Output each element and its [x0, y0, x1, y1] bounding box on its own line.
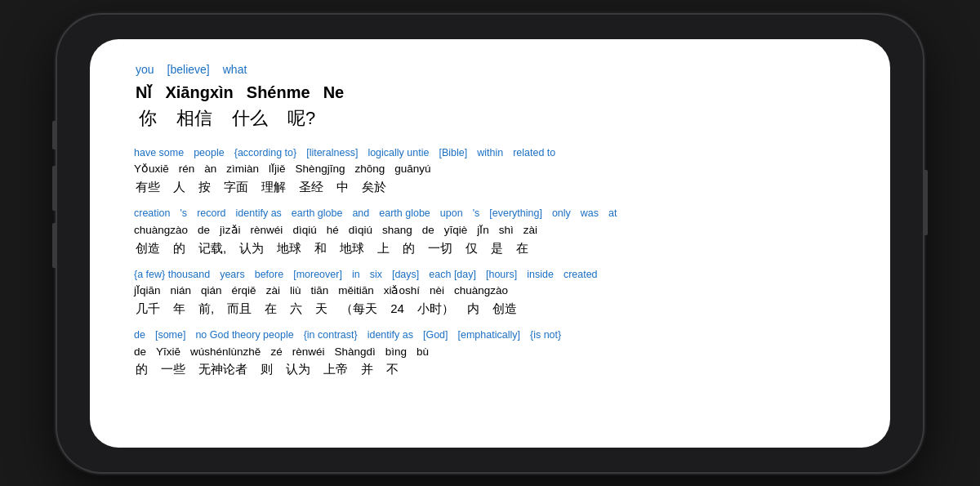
pinyin-word-r2-3: érqiě — [227, 283, 261, 299]
chinese-word-r1-11: 是 — [484, 239, 510, 256]
chinese-word-r0-4: 理解 — [255, 178, 292, 195]
header-chinese-3: 呢? — [278, 106, 325, 132]
pinyin-word-r2-8: xiǎoshí — [379, 283, 425, 299]
chinese-word-r2-0: 几千 — [129, 300, 167, 317]
chinese-word-r2-4: 在 — [258, 300, 283, 317]
gloss-word-r3-5: [God] — [418, 328, 453, 343]
gloss-word-r3-7: {is not} — [525, 328, 566, 343]
chinese-word-r2-6: 天 — [309, 300, 334, 317]
header-gloss-2: what — [216, 62, 254, 78]
pinyin-word-r3-5: Shàngdì — [329, 345, 380, 360]
chinese-word-r1-10: 仅 — [459, 239, 484, 256]
header-section: you [believe] what Nǐ Xiāngxìn Shénme Ne… — [129, 62, 851, 132]
chinese-word-r1-4: 地球 — [270, 239, 308, 256]
chinese-word-r3-0: 的 — [129, 360, 154, 377]
pinyin-word-r1-4: dìqiú — [287, 223, 321, 239]
row-1-section: have somepeople{according to}[literalnes… — [129, 146, 851, 195]
gloss-word-r3-6: [emphatically] — [453, 328, 525, 343]
chinese-word-r1-12: 在 — [510, 239, 535, 256]
header-gloss-1: [believe] — [161, 62, 216, 78]
gloss-word-r0-7: related to — [508, 146, 560, 161]
gloss-word-r1-7: upon — [435, 207, 468, 221]
chinese-word-r0-6: 中 — [330, 178, 355, 195]
pinyin-row-3: jǐqiānniánqiánérqiězàiliùtiānměitiānxiǎo… — [129, 283, 851, 299]
chinese-word-r3-1: 一些 — [154, 360, 192, 377]
chinese-word-r2-8: 24 — [384, 300, 411, 317]
volume-up-button[interactable] — [52, 166, 56, 211]
pinyin-word-r0-0: Yǒuxiē — [129, 162, 174, 177]
gloss-word-r1-12: at — [604, 207, 621, 221]
chinese-word-r1-3: 认为 — [233, 239, 270, 256]
pinyin-word-r1-9: yīqiè — [439, 223, 473, 239]
chinese-word-r3-2: 无神论者 — [192, 360, 254, 377]
pinyin-word-r1-6: dìqiú — [344, 223, 377, 239]
row-3-section: {a few} thousandyearsbefore[moreover]ins… — [129, 268, 851, 317]
phone-screen: you [believe] what Nǐ Xiāngxìn Shénme Ne… — [90, 39, 890, 448]
chinese-word-r0-0: 有些 — [129, 178, 167, 195]
chinese-word-r0-2: 按 — [192, 178, 217, 195]
chinese-word-r2-10: 内 — [461, 300, 486, 317]
pinyin-word-r1-10: jǐn — [472, 223, 494, 239]
gloss-word-r1-8: 's — [468, 207, 485, 221]
header-pinyin-3: Ne — [317, 81, 351, 104]
volume-mute-button[interactable] — [52, 121, 56, 149]
chinese-word-r1-5: 和 — [308, 239, 333, 256]
gloss-word-r0-4: logically untie — [363, 146, 434, 161]
gloss-word-r0-6: within — [472, 146, 508, 161]
pinyin-row-4: deYīxiēwúshénlùnzhězérènwéiShàngdìbìngbù — [129, 345, 851, 360]
chinese-row-2: 创造的记载,认为地球和地球上的一切仅是在 — [129, 239, 851, 256]
pinyin-word-r0-6: zhōng — [350, 162, 390, 177]
pinyin-word-r2-7: měitiān — [333, 283, 379, 299]
pinyin-word-r2-2: qián — [196, 283, 227, 299]
chinese-word-r0-1: 人 — [167, 178, 192, 195]
chinese-word-r2-5: 六 — [283, 300, 309, 317]
pinyin-word-r3-4: rènwéi — [287, 345, 330, 360]
chinese-word-r0-3: 字面 — [217, 178, 255, 195]
header-gloss-0: you — [129, 62, 161, 78]
chinese-row-1: 有些人按字面理解圣经中矣於 — [129, 178, 851, 195]
power-button[interactable] — [924, 170, 928, 235]
chinese-word-r3-3: 则 — [254, 360, 279, 377]
pinyin-word-r3-1: Yīxiē — [151, 345, 185, 360]
gloss-word-r3-2: no God theory people — [190, 328, 298, 343]
gloss-word-r2-5: six — [365, 268, 387, 283]
header-pinyin-row: Nǐ Xiāngxìn Shénme Ne — [129, 81, 851, 104]
row-2-section: creation'srecordidentify asearth globean… — [129, 207, 851, 256]
pinyin-word-r3-3: zé — [265, 345, 287, 360]
pinyin-word-r1-0: chuàngzào — [129, 223, 193, 239]
gloss-word-r2-4: in — [347, 268, 365, 283]
gloss-word-r0-3: [literalness] — [301, 146, 363, 161]
header-pinyin-1: Xiāngxìn — [158, 81, 239, 104]
volume-down-button[interactable] — [52, 223, 56, 268]
row-4-section: de[some]no God theory people{in contrast… — [129, 328, 851, 377]
pinyin-word-r3-2: wúshénlùnzhě — [185, 345, 265, 360]
gloss-word-r0-0: have some — [129, 146, 189, 161]
chinese-word-r2-9: 小时） — [411, 300, 461, 317]
gloss-word-r2-0: {a few} thousand — [129, 268, 215, 283]
chinese-word-r3-6: 并 — [354, 360, 380, 377]
pinyin-word-r2-5: liù — [285, 283, 306, 299]
gloss-word-r2-3: [moreover] — [288, 268, 347, 283]
phone-device: you [believe] what Nǐ Xiāngxìn Shénme Ne… — [57, 15, 923, 472]
pinyin-word-r3-7: bù — [412, 345, 434, 360]
header-chinese-2: 什么 — [222, 106, 278, 132]
gloss-word-r3-0: de — [129, 328, 150, 343]
pinyin-word-r1-1: de — [193, 223, 215, 239]
chinese-word-r3-5: 上帝 — [317, 360, 354, 377]
gloss-word-r1-10: only — [547, 207, 576, 221]
chinese-row-3: 几千年前,而且在六天（每天24小时）内创造 — [129, 300, 851, 317]
header-chinese-row: 你 相信 什么 呢? — [129, 106, 851, 132]
gloss-word-r0-1: people — [189, 146, 229, 161]
gloss-word-r1-11: was — [576, 207, 604, 221]
pinyin-word-r2-9: nèi — [425, 283, 449, 299]
gloss-word-r0-2: {according to} — [229, 146, 301, 161]
content-area: you [believe] what Nǐ Xiāngxìn Shénme Ne… — [90, 39, 890, 406]
chinese-row-4: 的一些无神论者则认为上帝并不 — [129, 360, 851, 377]
gloss-word-r3-3: {in contrast} — [299, 328, 363, 343]
pinyin-word-r0-7: guānyú — [390, 162, 435, 177]
header-gloss-row: you [believe] what — [129, 62, 851, 78]
gloss-word-r2-10: created — [559, 268, 603, 283]
pinyin-word-r1-5: hé — [322, 223, 344, 239]
gloss-row-3: {a few} thousandyearsbefore[moreover]ins… — [129, 268, 851, 283]
gloss-word-r2-8: [hours] — [481, 268, 522, 283]
